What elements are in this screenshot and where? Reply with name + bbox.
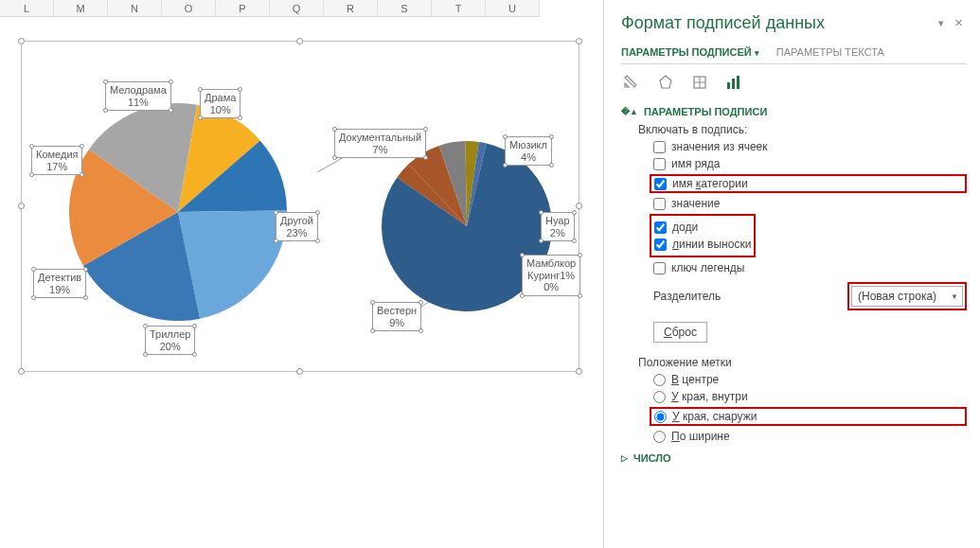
radio[interactable] <box>653 431 666 443</box>
column-headers: L M N O P Q R S T U <box>0 0 540 17</box>
data-label[interactable]: Драма 10% <box>200 89 241 118</box>
col-L[interactable]: L <box>0 0 54 16</box>
collapse-icon: �▲ <box>621 107 638 116</box>
label-pct: 11% <box>128 97 149 108</box>
radio[interactable] <box>654 411 667 423</box>
col-O[interactable]: O <box>162 0 216 16</box>
effects-icon[interactable] <box>655 72 676 93</box>
data-label[interactable]: Другой 23% <box>276 212 318 241</box>
position-label: Положение метки <box>638 356 967 369</box>
checkbox[interactable] <box>653 198 666 210</box>
col-N[interactable]: N <box>108 0 162 16</box>
label-text2: Куринг <box>527 270 560 281</box>
checkbox[interactable] <box>654 178 667 190</box>
col-P[interactable]: P <box>216 0 270 16</box>
col-M[interactable]: M <box>54 0 108 16</box>
chart-options-icon[interactable] <box>723 72 744 93</box>
chevron-down-icon: ▾ <box>755 48 759 58</box>
worksheet-grid[interactable]: Мелодрама 11% Драма 10% Другой 23% Трилл… <box>0 17 597 547</box>
label-pct: 4% <box>521 151 536 163</box>
checkbox[interactable] <box>653 262 666 274</box>
svg-rect-9 <box>737 76 739 89</box>
checkbox[interactable] <box>653 158 666 170</box>
data-label[interactable]: Нуар 2% <box>541 212 575 241</box>
label-text: Нуар <box>545 215 570 226</box>
radio[interactable] <box>653 374 666 386</box>
data-label[interactable]: Комедия 17% <box>31 146 82 175</box>
expand-icon: ▷ <box>621 453 628 463</box>
data-label[interactable]: Мюзикл 4% <box>505 136 552 166</box>
label-pct: 19% <box>49 284 70 295</box>
separator-select[interactable]: (Новая строка) ▼ <box>851 286 963 307</box>
radio-label: У края, снаружи <box>672 410 757 423</box>
pane-title-row: Формат подписей данных ▾ ✕ <box>621 13 967 33</box>
chk-series-name[interactable]: имя ряда <box>653 157 967 170</box>
data-label[interactable]: Вестерн 9% <box>372 302 421 331</box>
chk-leader-lines[interactable]: линии выноски <box>654 238 751 251</box>
label-text: Триллер <box>150 328 190 340</box>
checkbox[interactable] <box>654 239 667 251</box>
label-text: Мелодрама <box>110 84 167 96</box>
chk-value[interactable]: значение <box>653 197 967 210</box>
include-label: Включать в подпись: <box>638 123 967 136</box>
radio-label: В центре <box>671 373 719 386</box>
label-pct: 2% <box>550 227 565 239</box>
pane-tabs: ПАРАМЕТРЫ ПОДПИСЕЙ ▾ ПАРАМЕТРЫ ТЕКСТА <box>621 43 967 64</box>
chk-percentage[interactable]: доди <box>654 221 751 234</box>
chk-label: значение <box>671 197 720 210</box>
chk-label: имя ряда <box>671 157 721 170</box>
checkbox[interactable] <box>654 221 667 234</box>
radio[interactable] <box>653 391 666 403</box>
data-label[interactable]: Мамблкор Куринг1% 0% <box>522 255 580 296</box>
chk-label: доди <box>672 221 698 234</box>
col-T[interactable]: T <box>432 0 486 16</box>
separator-row: Разделитель (Новая строка) ▼ <box>653 282 967 310</box>
tab-label: ПАРАМЕТРЫ ПОДПИСЕЙ <box>621 46 752 58</box>
label-pct: 17% <box>46 161 67 172</box>
svg-marker-3 <box>660 76 671 88</box>
chk-legend-key[interactable]: ключ легенды <box>653 261 967 274</box>
label-pct: 20% <box>160 341 181 352</box>
radio-label: По ширине <box>671 430 730 443</box>
data-label[interactable]: Мелодрама 11% <box>105 81 171 111</box>
label-text: Детектив <box>38 272 81 283</box>
data-label[interactable]: Триллер 20% <box>145 326 195 355</box>
col-Q[interactable]: Q <box>270 0 324 16</box>
radio-best-fit[interactable]: По ширине <box>653 430 967 443</box>
svg-rect-7 <box>727 82 730 89</box>
label-text: Мюзикл <box>509 139 547 150</box>
fill-icon[interactable] <box>621 72 642 93</box>
pane-window-controls[interactable]: ▾ ✕ <box>938 17 967 29</box>
chk-values-from-cells[interactable]: значения из ячеек <box>653 140 967 153</box>
col-U[interactable]: U <box>486 0 540 16</box>
label-text: Мамблкор <box>526 257 576 269</box>
section-title: ЧИСЛО <box>633 452 671 464</box>
data-label[interactable]: Документальный 7% <box>334 129 426 158</box>
data-label[interactable]: Детектив 19% <box>33 269 86 298</box>
section-label-options[interactable]: �▲ ПАРАМЕТРЫ ПОДПИСИ <box>621 106 967 117</box>
label-text: Вестерн <box>377 305 417 316</box>
label-text: Комедия <box>36 149 78 160</box>
radio-label: У края, внутри <box>671 390 748 403</box>
col-S[interactable]: S <box>378 0 432 16</box>
checkbox[interactable] <box>653 141 666 153</box>
tab-text-options[interactable]: ПАРАМЕТРЫ ТЕКСТА <box>776 43 884 63</box>
pane-iconbar <box>621 72 967 93</box>
radio-center[interactable]: В центре <box>653 373 967 386</box>
section-number[interactable]: ▷ ЧИСЛО <box>621 452 967 464</box>
chevron-down-icon: ▼ <box>951 292 958 301</box>
radio-inside-end[interactable]: У края, внутри <box>653 390 967 403</box>
pie-chart-main[interactable] <box>69 103 287 321</box>
size-icon[interactable] <box>689 72 710 93</box>
label-pct: 1% <box>560 270 575 281</box>
separator-label: Разделитель <box>653 290 721 303</box>
section-title: ПАРАМЕТРЫ ПОДПИСИ <box>644 106 767 117</box>
label-pct2: 0% <box>543 281 559 292</box>
radio-outside-end[interactable]: У края, снаружи <box>650 407 967 426</box>
tab-label-options[interactable]: ПАРАМЕТРЫ ПОДПИСЕЙ ▾ <box>621 43 759 63</box>
pane-title: Формат подписей данных <box>621 13 825 33</box>
reset-button[interactable]: Сброс <box>653 322 707 343</box>
col-R[interactable]: R <box>324 0 378 16</box>
chart-object[interactable]: Мелодрама 11% Драма 10% Другой 23% Трилл… <box>21 41 579 372</box>
chk-category-name[interactable]: имя категории <box>650 174 967 193</box>
